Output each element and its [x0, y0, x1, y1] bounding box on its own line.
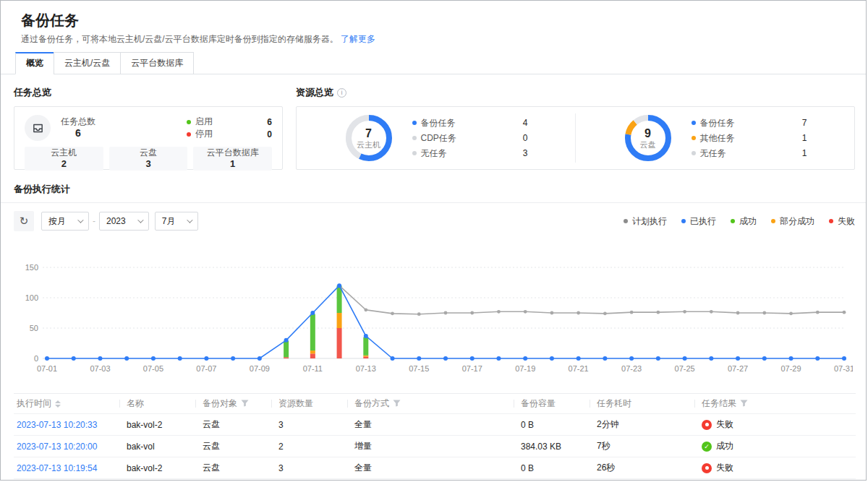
enabled-value: 6: [267, 117, 272, 127]
resource-count: 3: [278, 463, 284, 473]
result-label: 失败: [716, 418, 733, 431]
svg-text:50: 50: [30, 324, 38, 332]
info-icon[interactable]: i: [337, 88, 346, 98]
task-card-label: 云盘: [109, 147, 188, 158]
legend-dot-icon: [681, 219, 686, 223]
period-select[interactable]: 按月: [41, 212, 89, 231]
task-total: 任务总数 6: [61, 116, 95, 139]
chart-grid: 05010015007-0107-0307-0507-0707-0907-110…: [25, 263, 853, 373]
chevron-down-icon: [77, 217, 83, 223]
chart-legend: 计划执行已执行成功部分成功失败: [624, 215, 855, 228]
column-label: 任务耗时: [597, 398, 631, 408]
legend-value: 4: [523, 118, 528, 128]
execution-time-link[interactable]: 2023-07-13 10:19:54: [17, 463, 97, 473]
task-total-label: 任务总数: [61, 116, 95, 127]
table-header-row: 执行时间名称备份对象资源数量备份方式备份容量任务耗时任务结果: [14, 394, 856, 414]
filter-icon[interactable]: [393, 399, 401, 409]
legend-label: 已执行: [690, 215, 716, 228]
column-header-资源数量: 资源数量: [271, 394, 347, 414]
disabled-row: 停用 0: [187, 128, 272, 140]
svg-text:07-13: 07-13: [356, 364, 376, 373]
donut-center-value: 7: [365, 127, 372, 140]
legend-label: 备份任务: [421, 117, 523, 129]
column-header-任务结果: 任务结果: [694, 394, 856, 414]
column-header-执行时间: 执行时间: [14, 394, 119, 414]
legend-value: 1: [802, 148, 807, 158]
chart-legend-item-失败[interactable]: 失败: [829, 215, 855, 228]
donut-center-label: 云盘: [640, 140, 656, 150]
chevron-down-icon: [187, 217, 193, 223]
legend-label: 失败: [838, 215, 855, 228]
backup-size: 0 B: [521, 463, 534, 473]
page-subtitle: 通过备份任务，可将本地云主机/云盘/云平台数据库定时备份到指定的存储服务器。 了…: [21, 33, 846, 45]
task-type-cards: 云主机2云盘3云平台数据库1: [25, 147, 272, 171]
donut-center: 9云盘: [624, 113, 673, 163]
legend-dot-icon: [412, 136, 417, 140]
chart-legend-item-成功[interactable]: 成功: [731, 215, 757, 228]
donut-legend: 备份任务4CDP任务0无任务3: [412, 116, 528, 161]
column-header-任务耗时: 任务耗时: [590, 394, 694, 414]
filter-icon[interactable]: [740, 399, 748, 409]
chart-legend-item-计划执行[interactable]: 计划执行: [624, 215, 667, 228]
refresh-button[interactable]: ↻: [14, 211, 34, 231]
column-header-备份方式: 备份方式: [347, 394, 514, 414]
chart-bars: [284, 285, 368, 358]
sort-icon[interactable]: [55, 400, 61, 408]
svg-text:07-01: 07-01: [37, 364, 57, 373]
learn-more-link[interactable]: 了解更多: [341, 34, 375, 44]
donut-legend-row-无任务: 无任务3: [412, 146, 528, 161]
donut-legend-row-CDP任务: CDP任务0: [412, 131, 528, 146]
donut-legend-row-备份任务: 备份任务4: [412, 116, 528, 131]
chart-legend-item-已执行[interactable]: 已执行: [681, 215, 716, 228]
svg-text:07-11: 07-11: [303, 364, 323, 373]
tab-概览[interactable]: 概览: [15, 52, 54, 74]
year-select[interactable]: 2023: [99, 212, 149, 231]
backup-size: 384.03 KB: [521, 442, 561, 452]
chart-legend-item-部分成功[interactable]: 部分成功: [771, 215, 814, 228]
chart-line-计划执行: [338, 284, 846, 316]
resource-overview-title-text: 资源总览: [296, 86, 333, 99]
task-card-云平台数据库: 云平台数据库1: [193, 147, 272, 171]
resource-count: 3: [278, 420, 284, 430]
filter-icon[interactable]: [241, 399, 249, 409]
table-row: 2023-07-13 10:19:54bak-vol-2云盘3全量0 B26秒失…: [14, 457, 856, 479]
task-card-云盘: 云盘3: [109, 147, 188, 171]
backup-size: 0 B: [521, 420, 534, 430]
svg-text:0: 0: [34, 354, 38, 363]
legend-value: 7: [802, 118, 807, 128]
task-card-label: 云主机: [25, 147, 103, 158]
task-name: bak-vol-2: [127, 420, 162, 430]
donut-center-label: 云主机: [357, 140, 380, 150]
donut-center-value: 9: [644, 127, 651, 140]
stats-section-header: 备份执行统计: [14, 183, 855, 203]
tab-云主机/云盘[interactable]: 云主机/云盘: [54, 52, 121, 74]
page-header: 备份任务 通过备份任务，可将本地云主机/云盘/云平台数据库定时备份到指定的存储服…: [1, 1, 866, 45]
svg-text:150: 150: [25, 263, 38, 272]
task-overview-section: 任务总览 任务总数 6: [14, 86, 283, 170]
task-card-value: 2: [25, 158, 103, 169]
resource-overview-title: 资源总览 i: [296, 86, 855, 99]
svg-text:07-03: 07-03: [90, 364, 110, 373]
range-separator: -: [93, 216, 95, 226]
month-select[interactable]: 7月: [155, 212, 199, 231]
tab-云平台数据库[interactable]: 云平台数据库: [120, 52, 194, 74]
svg-text:07-29: 07-29: [780, 364, 801, 373]
month-select-value: 7月: [162, 215, 176, 228]
svg-text:07-19: 07-19: [515, 364, 535, 373]
legend-dot-icon: [731, 219, 735, 223]
legend-value: 0: [523, 133, 528, 143]
execution-time-link[interactable]: 2023-07-13 10:20:00: [17, 442, 97, 452]
donut-legend-row-无任务: 无任务1: [692, 146, 807, 161]
table-row: 2023-07-13 10:20:33bak-vol-2云盘3全量0 B2分钟失…: [14, 414, 856, 436]
table-row: 2023-07-13 10:16:50bak-vol-2云盘3增量576.05 …: [14, 479, 856, 481]
execution-time-link[interactable]: 2023-07-13 10:20:33: [17, 420, 97, 430]
resource-overview-section: 资源总览 i 7云主机备份任务4CDP任务0无任务39云盘备份任务7其他任务1无…: [296, 86, 855, 170]
task-overview-title: 任务总览: [14, 86, 283, 99]
execution-table: 执行时间名称备份对象资源数量备份方式备份容量任务耗时任务结果 2023-07-1…: [14, 393, 856, 481]
svg-text:07-05: 07-05: [143, 364, 163, 373]
legend-label: 成功: [739, 215, 757, 228]
donut-legend: 备份任务7其他任务1无任务1: [692, 116, 807, 161]
result-label: 成功: [716, 440, 733, 452]
task-name: bak-vol: [127, 442, 155, 452]
task-result: ✓成功: [702, 440, 733, 452]
